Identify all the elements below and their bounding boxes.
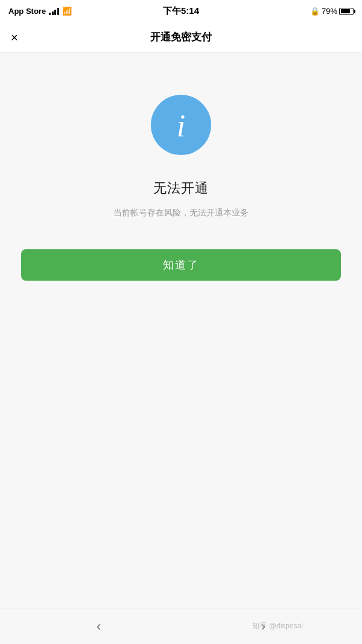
nav-title: 开通免密支付: [150, 30, 212, 44]
wifi-icon: 📶: [62, 7, 72, 16]
bottom-bar: ‹ › 知乎 @disposal: [0, 608, 362, 644]
app-store-label: App Store: [8, 7, 46, 16]
error-description: 当前帐号存在风险，无法开通本业务: [113, 206, 249, 219]
nav-bar: × 开通免密支付: [0, 22, 362, 53]
battery-indicator: 🔒 79%: [310, 7, 354, 16]
battery-percent-label: 79%: [322, 7, 337, 16]
info-icon-letter: i: [177, 110, 185, 142]
watermark-label: 知乎 @disposal: [252, 621, 303, 631]
back-chevron-icon[interactable]: ‹: [97, 619, 101, 634]
error-title: 无法开通: [153, 179, 209, 197]
info-icon-circle: i: [151, 95, 211, 155]
battery-box: [339, 8, 354, 15]
main-content: i 无法开通 当前帐号存在风险，无法开通本业务 知道了: [0, 53, 362, 608]
status-left: App Store 📶: [8, 7, 72, 16]
close-button[interactable]: ×: [11, 31, 18, 43]
signal-icon: [49, 8, 59, 15]
status-time: 下午5:14: [163, 5, 199, 17]
status-bar: App Store 📶 下午5:14 🔒 79%: [0, 0, 362, 22]
lock-icon: 🔒: [310, 7, 320, 16]
battery-fill: [341, 9, 350, 13]
confirm-button[interactable]: 知道了: [21, 249, 341, 281]
bottom-bar-inner: ‹ › 知乎 @disposal: [48, 619, 314, 634]
